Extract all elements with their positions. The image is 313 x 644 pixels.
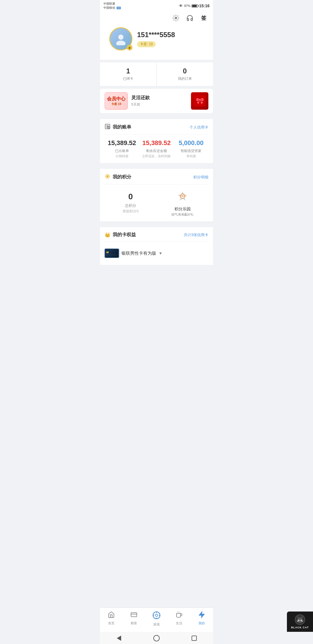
card-selector[interactable]: 银联男性卡有为版 ▼ [105,246,208,260]
svg-point-16 [181,195,182,197]
header-icons: 签 [105,13,208,23]
battery-icon [192,4,198,8]
points-park[interactable]: 积分乐园 福气满满赢好礼 [156,189,208,217]
bill-icon [105,124,110,131]
stat-my-orders[interactable]: 0 我的订单 [157,62,213,86]
park-icon [174,189,191,205]
benefits-divider [105,241,208,242]
profile-phone: 151****5558 [137,31,204,39]
svg-point-0 [175,17,177,19]
points-grid: 0 总积分 奖励积分0 积分乐园 福气满满赢好 [105,189,208,217]
bill-item-stated[interactable]: 15,389.52 已出账单 分期特惠 [105,139,139,158]
stat-bound-cards[interactable]: 1 已绑卡 [100,62,157,86]
eye-icon: 👁 [179,3,183,8]
points-icon [105,173,110,181]
battery-percent: 97% [184,4,190,8]
service-button[interactable] [185,13,194,23]
bill-item-smart[interactable]: 5,000.00 智能借贷管家 享特惠 [174,139,208,158]
points-divider [105,184,208,184]
points-link[interactable]: 积分明细 [193,175,208,180]
carrier2: 中国移动 HD [103,6,121,10]
settings-button[interactable] [171,13,181,23]
bill-section: 我的账单 个人信用卡 15,389.52 已出账单 分期特惠 15,389.52… [100,119,213,163]
bill-section-header: 我的账单 个人信用卡 [105,124,208,131]
points-total[interactable]: 0 总积分 奖励积分0 [105,192,156,214]
bill-title: 我的账单 [105,124,131,131]
svg-point-14 [107,176,108,177]
card-thumbnail [105,249,119,258]
benefits-link[interactable]: 共计3张信用卡 [184,232,208,238]
stats-row: 1 已绑卡 0 我的订单 [100,62,213,86]
activity-image: 🎀 [191,92,208,110]
svg-rect-20 [106,252,109,253]
crown-icon: 👑 [105,232,110,238]
carrier-info: 中国联通 中国移动 HD [103,2,121,10]
bill-divider [105,134,208,135]
status-bar: 中国联通 中国移动 HD 👁 97% 15:16 [100,0,213,11]
svg-text:🎀: 🎀 [196,97,204,105]
profile-section: ◆ 151****5558 卡星: 19 [105,27,208,55]
benefits-section: 👑 我的卡权益 共计3张信用卡 [100,227,213,265]
benefits-section-header: 👑 我的卡权益 共计3张信用卡 [105,232,208,238]
points-section: 我的积分 积分明细 0 总积分 奖励积分0 [100,169,213,221]
carrier1: 中国联通 [103,2,121,6]
avatar-badge: ◆ [127,45,132,50]
profile-info: 151****5558 卡星: 19 [137,31,204,47]
svg-point-1 [118,35,123,40]
header: 签 ◆ 151****5558 卡星: 19 [100,11,213,60]
activity-logo: 会员中心 卡星 19 [105,92,128,110]
points-section-header: 我的积分 积分明细 [105,173,208,181]
points-title: 我的积分 [105,173,131,181]
avatar[interactable]: ◆ [109,27,132,50]
time-display: 15:16 [199,3,210,8]
chevron-down-icon[interactable]: ▼ [159,251,163,256]
svg-point-2 [116,41,125,45]
bill-link[interactable]: 个人信用卡 [190,125,208,130]
sign-button[interactable]: 签 [199,13,208,23]
activity-banner[interactable]: 会员中心 卡星 19 灵活还款 5天前 🎀 [100,89,213,113]
bill-grid: 15,389.52 已出账单 分期特惠 15,389.52 剩余应还金额 立即还… [105,139,208,158]
svg-point-17 [183,195,185,197]
card-name: 银联男性卡有为版 [121,251,156,256]
benefits-title: 👑 我的卡权益 [105,232,136,238]
card-star-badge: 卡星: 19 [137,41,156,47]
bill-item-remaining[interactable]: 15,389.52 剩余应还金额 立即还款，实时到账 [139,139,174,158]
status-indicators: 👁 97% 15:16 [179,3,210,8]
activity-text: 灵活还款 5天前 [131,95,188,107]
